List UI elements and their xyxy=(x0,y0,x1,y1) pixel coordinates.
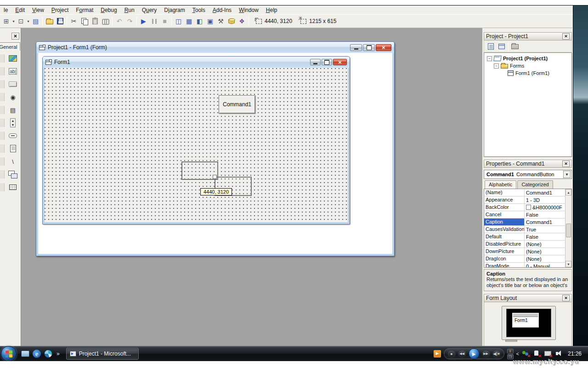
property-name[interactable]: DragMode xyxy=(484,263,525,268)
toolbox-picturebox-button[interactable] xyxy=(7,53,18,64)
toolbox-grid-control-button[interactable] xyxy=(7,182,18,193)
close-button[interactable]: ✕ xyxy=(333,59,347,65)
property-name[interactable]: DragIcon xyxy=(484,255,525,262)
wmp-deskband-icon[interactable] xyxy=(434,350,441,357)
toolbox-general-tab[interactable]: General xyxy=(0,42,20,51)
media-player-icon[interactable] xyxy=(44,350,52,358)
form-titlebar[interactable]: Form1 ✕ xyxy=(43,57,350,68)
speaker-tray-icon[interactable] xyxy=(555,350,563,357)
cut-button[interactable]: ✂ xyxy=(68,16,79,26)
property-row[interactable]: (Name)Command1 xyxy=(484,189,565,196)
network-tray-icon[interactable] xyxy=(544,350,552,357)
property-value[interactable]: (None) xyxy=(525,255,565,262)
properties-panel-titlebar[interactable]: Properties - Command1 ✕ xyxy=(484,160,572,168)
property-name[interactable]: Cancel xyxy=(484,211,525,218)
object-browser-button[interactable]: ▣ xyxy=(205,16,215,26)
show-desktop-icon[interactable] xyxy=(21,351,29,357)
maximize-button[interactable] xyxy=(363,44,375,51)
form-design-surface[interactable]: Command1 4440, 3120 xyxy=(45,68,348,222)
internet-explorer-icon[interactable]: e xyxy=(33,350,41,358)
expand-icon[interactable]: ⇕ xyxy=(507,349,514,354)
menu-run[interactable]: Run xyxy=(121,6,138,14)
scroll-down-icon[interactable]: ▼ xyxy=(565,261,571,267)
property-row[interactable]: CancelFalse xyxy=(484,211,565,218)
toggle-folders-button[interactable] xyxy=(510,42,520,51)
tree-item[interactable]: Form1 (Form1) xyxy=(484,69,571,77)
menu-file-partial[interactable]: le xyxy=(0,6,11,14)
view-object-button[interactable] xyxy=(497,42,506,51)
scrollbar-thumb[interactable] xyxy=(566,224,571,237)
property-row[interactable]: BackColor&H8000000F xyxy=(484,204,565,211)
property-row[interactable]: DisabledPicture(None) xyxy=(484,241,565,248)
property-value[interactable]: Command1 xyxy=(525,189,565,196)
start-button[interactable] xyxy=(1,346,17,362)
tray-chevron-icon[interactable]: < xyxy=(516,351,519,356)
close-icon[interactable]: ✕ xyxy=(562,295,570,301)
chevron-down-icon[interactable]: ▾ xyxy=(26,19,30,23)
project-explorer-button[interactable]: ◫ xyxy=(173,16,184,26)
property-value[interactable]: &H8000000F xyxy=(525,204,565,211)
restore-window-icon[interactable]: ❐ xyxy=(507,354,514,359)
quick-launch-overflow[interactable]: » xyxy=(57,351,60,357)
property-value[interactable]: False xyxy=(525,211,565,218)
mini-form[interactable]: Form1 xyxy=(512,313,539,328)
toolbox-data-doc-button[interactable] xyxy=(7,143,18,154)
stop-button[interactable]: ■ xyxy=(447,350,456,357)
property-name[interactable]: BackColor xyxy=(484,204,525,211)
tree-item[interactable]: −Forms xyxy=(484,62,571,69)
tree-expand-icon[interactable]: − xyxy=(494,63,499,69)
property-value[interactable]: (None) xyxy=(525,248,565,255)
tab-alphabetic[interactable]: Alphabetic xyxy=(485,180,516,189)
status-tray-icon[interactable] xyxy=(522,350,530,357)
power-tray-icon[interactable] xyxy=(533,350,541,357)
add-form-button[interactable]: ⊡ xyxy=(16,16,26,26)
property-row[interactable]: DownPicture(None) xyxy=(484,248,565,255)
previous-button[interactable]: ◀◀ xyxy=(458,350,466,357)
menu-tools[interactable]: Tools xyxy=(189,6,209,14)
menu-add-ins[interactable]: Add-Ins xyxy=(209,6,235,14)
play-button[interactable]: ▶ xyxy=(469,348,480,359)
property-name[interactable]: Caption xyxy=(484,218,525,225)
component-manager-button[interactable]: ❖ xyxy=(237,16,247,26)
add-project-button[interactable]: ⊞ xyxy=(1,16,11,26)
mdi-child-titlebar[interactable]: Project1 - Form1 (Form) ✕ xyxy=(36,42,394,53)
menu-diagram[interactable]: Diagram xyxy=(160,6,188,14)
taskbar-task-button[interactable]: Project1 - Microsoft... xyxy=(66,348,139,360)
property-row[interactable]: CausesValidationTrue xyxy=(484,226,565,233)
property-name[interactable]: Appearance xyxy=(484,196,525,203)
properties-scrollbar[interactable]: ▲ ▼ xyxy=(565,189,571,267)
toolbox-line-button[interactable]: \ xyxy=(7,156,18,167)
save-project-button[interactable] xyxy=(55,16,65,26)
toolbox-close-button[interactable]: ✕ xyxy=(11,33,19,40)
toolbox-listbox-button[interactable]: ▤ xyxy=(7,104,18,115)
chevron-down-icon[interactable]: ▾ xyxy=(11,19,16,23)
property-name[interactable]: (Name) xyxy=(484,189,525,196)
tab-categorized[interactable]: Categorized xyxy=(517,180,553,189)
toolbox-vscrollbar-button[interactable]: ▲▼ xyxy=(7,117,18,128)
project-panel-titlebar[interactable]: Project - Project1 ✕ xyxy=(484,32,572,40)
property-row[interactable]: CaptionCommand1 xyxy=(484,218,565,226)
minimize-button[interactable] xyxy=(350,44,362,51)
property-value[interactable]: False xyxy=(525,233,565,240)
property-value[interactable]: 0 - Manual xyxy=(525,263,565,268)
property-name[interactable]: CausesValidation xyxy=(484,226,525,233)
toolbox-button[interactable]: ⚒ xyxy=(215,16,226,26)
menu-query[interactable]: Query xyxy=(138,6,161,14)
view-code-button[interactable] xyxy=(486,42,495,51)
maximize-button[interactable] xyxy=(322,59,332,65)
start-button[interactable]: ▶ xyxy=(138,16,149,26)
close-icon[interactable]: ✕ xyxy=(562,33,570,40)
tree-expand-icon[interactable]: − xyxy=(487,56,492,61)
tree-item[interactable]: −Project1 (Project1) xyxy=(484,55,571,62)
menu-debug[interactable]: Debug xyxy=(97,6,120,14)
property-value[interactable]: 1 - 3D xyxy=(525,196,565,203)
property-row[interactable]: DragIcon(None) xyxy=(484,255,565,263)
toolbox-commandbutton-button[interactable] xyxy=(7,79,18,90)
property-row[interactable]: DragMode0 - Manual xyxy=(484,263,565,268)
form-layout-window-button[interactable]: ◧ xyxy=(194,16,205,26)
property-name[interactable]: Default xyxy=(484,233,525,240)
menu-view[interactable]: View xyxy=(28,6,48,14)
next-button[interactable]: ▶▶ xyxy=(482,350,490,357)
toolbox-textbox-button[interactable]: ab| xyxy=(7,66,18,77)
menu-format[interactable]: Format xyxy=(72,6,97,14)
